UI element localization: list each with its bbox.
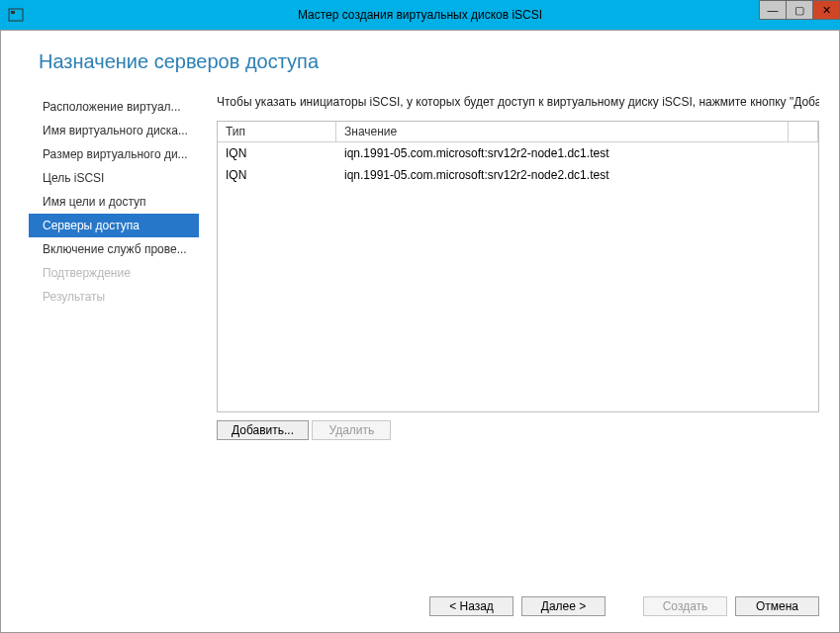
back-button[interactable]: < Назад xyxy=(429,596,513,616)
wizard-steps: Расположение виртуал... Имя виртуального… xyxy=(1,95,199,309)
grid-header: Тип Значение xyxy=(218,122,818,142)
table-row[interactable]: IQN iqn.1991-05.com.microsoft:srv12r2-no… xyxy=(218,164,818,186)
cell-type: IQN xyxy=(218,167,336,183)
col-type-header[interactable]: Тип xyxy=(218,122,336,142)
step-results: Результаты xyxy=(29,285,199,309)
maximize-button[interactable]: ▢ xyxy=(786,0,813,20)
close-button[interactable]: ✕ xyxy=(812,0,840,20)
titlebar: Мастер создания виртуальных дисков iSCSI… xyxy=(0,0,840,30)
cell-type: IQN xyxy=(218,145,336,161)
step-target[interactable]: Цель iSCSI xyxy=(29,166,199,190)
wizard-nav: < Назад Далее > Создать Отмена xyxy=(429,596,819,616)
step-enable-auth[interactable]: Включение служб прове... xyxy=(29,237,199,261)
step-disk-name[interactable]: Имя виртуального диска... xyxy=(29,119,199,142)
cell-value: iqn.1991-05.com.microsoft:srv12r2-node1.… xyxy=(336,145,818,161)
create-button: Создать xyxy=(643,596,727,616)
step-confirmation: Подтверждение xyxy=(29,261,199,285)
cell-value: iqn.1991-05.com.microsoft:srv12r2-node2.… xyxy=(336,167,818,183)
window-title: Мастер создания виртуальных дисков iSCSI xyxy=(0,8,840,22)
step-location[interactable]: Расположение виртуал... xyxy=(29,95,199,119)
window-controls: — ▢ ✕ xyxy=(760,0,840,22)
step-target-name[interactable]: Имя цели и доступ xyxy=(29,190,199,214)
grid-buttons: Добавить... Удалить xyxy=(217,420,819,440)
next-button[interactable]: Далее > xyxy=(521,596,606,616)
add-button[interactable]: Добавить... xyxy=(217,420,309,440)
initiators-grid[interactable]: Тип Значение IQN iqn.1991-05.com.microso… xyxy=(217,121,819,412)
wizard-frame: Назначение серверов доступа Расположение… xyxy=(0,30,840,633)
instruction-text: Чтобы указать инициаторы iSCSI, у которы… xyxy=(217,95,819,109)
remove-button: Удалить xyxy=(312,420,391,440)
cancel-button[interactable]: Отмена xyxy=(735,596,819,616)
page-title: Назначение серверов доступа xyxy=(39,50,839,73)
col-value-header[interactable]: Значение xyxy=(336,122,789,142)
minimize-button[interactable]: — xyxy=(759,0,787,20)
step-disk-size[interactable]: Размер виртуального ди... xyxy=(29,142,199,166)
step-access-servers[interactable]: Серверы доступа xyxy=(29,214,199,237)
table-row[interactable]: IQN iqn.1991-05.com.microsoft:srv12r2-no… xyxy=(218,142,818,164)
main-panel: Чтобы указать инициаторы iSCSI, у которы… xyxy=(199,95,819,440)
col-spacer xyxy=(789,122,818,142)
